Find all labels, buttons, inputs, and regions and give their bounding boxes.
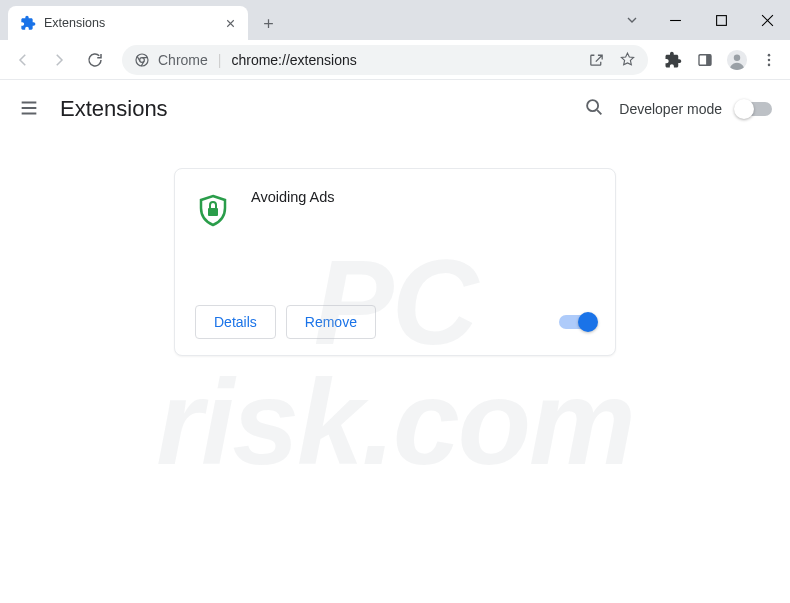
window-close-button[interactable] [744, 0, 790, 40]
page-title: Extensions [60, 96, 168, 122]
window-controls [612, 0, 790, 40]
extension-name: Avoiding Ads [251, 189, 335, 299]
extension-card: Avoiding Ads Details Remove [174, 168, 616, 356]
omnibox-text: Chrome | chrome://extensions [158, 52, 357, 68]
window-titlebar: Extensions [0, 0, 790, 40]
address-bar[interactable]: Chrome | chrome://extensions [122, 45, 648, 75]
profile-avatar-icon[interactable] [724, 47, 750, 73]
extension-shield-icon [195, 193, 231, 229]
forward-button[interactable] [44, 45, 74, 75]
bookmark-star-icon[interactable] [619, 51, 636, 68]
extensions-icon[interactable] [660, 47, 686, 73]
svg-rect-11 [208, 208, 218, 216]
svg-point-7 [768, 53, 771, 56]
window-maximize-button[interactable] [698, 0, 744, 40]
chrome-icon [134, 52, 150, 68]
kebab-menu-icon[interactable] [756, 47, 782, 73]
search-icon[interactable] [583, 96, 605, 122]
svg-point-10 [587, 100, 598, 111]
tab-close-button[interactable] [222, 15, 238, 31]
details-button[interactable]: Details [195, 305, 276, 339]
side-panel-icon[interactable] [692, 47, 718, 73]
svg-point-6 [734, 54, 740, 60]
developer-mode-toggle[interactable] [736, 102, 772, 116]
tab-title: Extensions [44, 16, 222, 30]
svg-point-8 [768, 58, 771, 61]
extension-puzzle-icon [20, 15, 36, 31]
window-minimize-button[interactable] [652, 0, 698, 40]
svg-rect-0 [716, 15, 726, 25]
extension-enable-toggle[interactable] [559, 315, 595, 329]
svg-rect-4 [706, 54, 711, 65]
back-button[interactable] [8, 45, 38, 75]
new-tab-button[interactable] [254, 9, 282, 37]
page-content: PC risk.com Extensions Developer mode [0, 80, 790, 603]
hamburger-menu-icon[interactable] [18, 97, 42, 121]
extensions-header: Extensions Developer mode [0, 80, 790, 138]
svg-point-9 [768, 63, 771, 66]
browser-toolbar: Chrome | chrome://extensions [0, 40, 790, 80]
reload-button[interactable] [80, 45, 110, 75]
browser-tab[interactable]: Extensions [8, 6, 248, 40]
chevron-down-icon[interactable] [612, 12, 652, 28]
developer-mode-label: Developer mode [619, 101, 722, 117]
share-icon[interactable] [588, 51, 605, 68]
remove-button[interactable]: Remove [286, 305, 376, 339]
